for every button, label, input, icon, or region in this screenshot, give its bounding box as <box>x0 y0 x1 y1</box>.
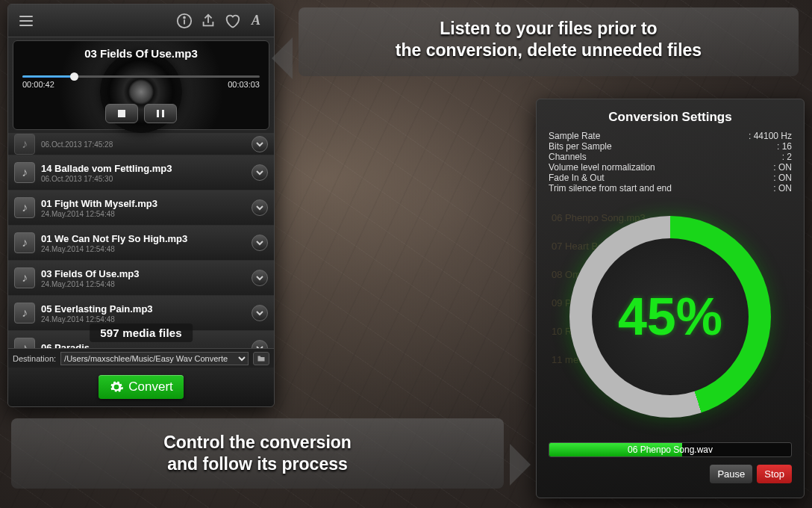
list-item[interactable]: ♪01 Fight With Myself.mp324.May.2014 12:… <box>8 190 274 226</box>
music-note-icon: ♪ <box>14 303 35 323</box>
stop-conversion-button[interactable]: Stop <box>757 465 792 483</box>
setting-value: 44100 Hz <box>749 131 792 141</box>
chevron-down-icon[interactable] <box>252 340 268 348</box>
file-name: 14 Ballade vom Fettling.mp3 <box>41 163 246 174</box>
callout-bottom-line2: and follow its process <box>19 453 496 475</box>
setting-value: 16 <box>777 141 792 152</box>
file-name: 06 Paradis <box>41 342 246 348</box>
settings-row: Sample Rate44100 Hz <box>549 131 792 141</box>
settings-list: Sample Rate44100 HzBits per Sample16Chan… <box>549 131 792 193</box>
media-count: 597 media files <box>90 323 193 342</box>
settings-row: Channels2 <box>549 152 792 162</box>
gear-icon <box>109 380 124 394</box>
callout-top-line2: the conversion, delete unneeded files <box>306 40 791 61</box>
seek-bar[interactable] <box>22 75 260 78</box>
seek-thumb[interactable] <box>70 72 78 81</box>
chevron-down-icon[interactable] <box>252 235 268 251</box>
progress-percent: 45% <box>618 287 722 347</box>
setting-value: ON <box>773 183 792 193</box>
heart-icon[interactable] <box>220 9 244 33</box>
chevron-down-icon[interactable] <box>252 270 268 286</box>
convert-label: Convert <box>128 380 173 394</box>
file-date: 24.May.2014 12:54:48 <box>41 315 246 323</box>
svg-rect-5 <box>162 110 164 117</box>
setting-key: Fade In & Out <box>549 173 773 183</box>
music-note-icon: ♪ <box>14 267 35 288</box>
music-note-icon: ♪ <box>14 134 35 155</box>
progress-ring: 45% <box>558 205 782 429</box>
share-icon[interactable] <box>196 9 220 33</box>
destination-bar: Destination: /Users/maxschlee/Music/Easy… <box>8 348 274 368</box>
file-date: 06.Oct.2013 17:45:30 <box>41 175 246 183</box>
chevron-down-icon[interactable] <box>252 199 268 216</box>
list-item[interactable]: ♪14 Ballade vom Fettling.mp306.Oct.2013 … <box>8 155 274 190</box>
file-list[interactable]: ♪06.Oct.2013 17:45:28♪14 Ballade vom Fet… <box>8 133 274 348</box>
svg-rect-3 <box>118 110 125 117</box>
file-name: 05 Everlasting Pain.mp3 <box>41 303 246 315</box>
settings-row: Fade In & OutON <box>549 173 792 183</box>
settings-row: Volume level normalizationON <box>549 162 792 173</box>
chevron-down-icon[interactable] <box>252 136 268 152</box>
menu-icon[interactable] <box>14 9 38 33</box>
music-note-icon: ♪ <box>14 232 35 253</box>
setting-key: Volume level normalization <box>549 162 773 173</box>
audio-player: 03 Fields Of Use.mp3 00:00:42 00:03:03 <box>13 40 269 130</box>
callout-top: Listen to your files prior to the conver… <box>299 7 799 76</box>
callout-top-line1: Listen to your files prior to <box>306 18 791 40</box>
setting-value: ON <box>773 173 792 183</box>
current-file-progress-bar: 06 Phenpo Song.wav <box>549 442 792 457</box>
stop-button[interactable] <box>105 104 138 123</box>
setting-key: Channels <box>549 152 782 162</box>
open-folder-button[interactable] <box>253 352 269 365</box>
setting-key: Bits per Sample <box>549 141 777 152</box>
setting-value: 2 <box>782 152 792 162</box>
pause-button[interactable] <box>144 104 177 123</box>
file-date: 24.May.2014 12:54:48 <box>41 245 246 253</box>
total-time: 00:03:03 <box>228 80 260 89</box>
svg-point-2 <box>184 16 185 18</box>
player-app-window: A 03 Fields Of Use.mp3 00:00:42 00:03:03… <box>7 4 275 407</box>
music-note-icon: ♪ <box>14 162 35 183</box>
info-icon[interactable] <box>172 9 196 33</box>
destination-label: Destination: <box>13 354 56 363</box>
chevron-down-icon[interactable] <box>252 305 268 321</box>
music-note-icon: ♪ <box>14 197 35 218</box>
callout-bottom: Control the conversion and follow its pr… <box>11 418 504 489</box>
setting-key: Sample Rate <box>549 131 749 141</box>
conversion-progress-window: Conversion Settings Sample Rate44100 HzB… <box>536 99 805 498</box>
settings-row: Bits per Sample16 <box>549 141 792 152</box>
now-playing-title: 03 Fields Of Use.mp3 <box>13 47 269 60</box>
setting-value: ON <box>773 162 792 173</box>
chevron-down-icon[interactable] <box>252 164 268 181</box>
destination-select[interactable]: /Users/maxschlee/Music/Easy Wav Converte <box>60 352 249 365</box>
current-file-name: 06 Phenpo Song.wav <box>549 443 791 456</box>
file-name: 01 We Can Not Fly So High.mp3 <box>41 233 246 244</box>
convert-button[interactable]: Convert <box>99 375 184 399</box>
progress-buttons: Pause Stop <box>710 465 792 483</box>
music-note-icon: ♪ <box>14 338 35 348</box>
titlebar: A <box>8 4 274 37</box>
svg-rect-4 <box>157 110 159 117</box>
file-date: 24.May.2014 12:54:48 <box>41 280 246 288</box>
list-item[interactable]: ♪06.Oct.2013 17:45:28 <box>8 133 274 155</box>
file-date: 24.May.2014 12:54:48 <box>41 210 246 218</box>
pause-conversion-button[interactable]: Pause <box>710 465 752 483</box>
list-item[interactable]: ♪03 Fields Of Use.mp324.May.2014 12:54:4… <box>8 261 274 296</box>
file-name: 03 Fields Of Use.mp3 <box>41 268 246 279</box>
file-name: 01 Fight With Myself.mp3 <box>41 198 246 209</box>
settings-row: Trim silence from start and endON <box>549 183 792 193</box>
elapsed-time: 00:00:42 <box>22 80 54 89</box>
settings-title: Conversion Settings <box>608 110 731 125</box>
setting-key: Trim silence from start and end <box>549 183 773 193</box>
callout-bottom-line1: Control the conversion <box>19 432 496 453</box>
player-controls <box>105 104 177 123</box>
file-date: 06.Oct.2013 17:45:28 <box>41 140 246 149</box>
list-item[interactable]: ♪01 We Can Not Fly So High.mp324.May.201… <box>8 226 274 261</box>
app-logo-icon[interactable]: A <box>244 9 268 33</box>
convert-bar: Convert <box>8 368 274 406</box>
